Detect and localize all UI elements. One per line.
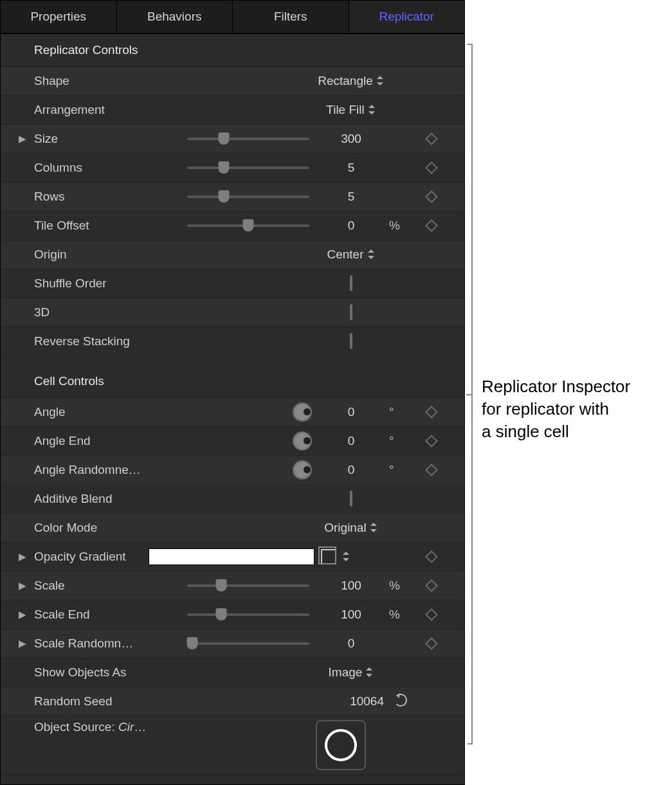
popup-arrangement[interactable]: Tile Fill [316, 103, 386, 117]
popup-origin[interactable]: Center [316, 248, 386, 262]
row-reverse-stacking: Reverse Stacking [1, 327, 464, 356]
dial-angle-rand[interactable] [293, 460, 312, 480]
row-tile-offset: Tile Offset 0 % [1, 212, 464, 240]
tab-bar: Properties Behaviors Filters Replicator [1, 1, 464, 34]
label-3d: 3D [34, 305, 149, 320]
value-scale-end[interactable]: 100 [316, 608, 386, 622]
tab-replicator[interactable]: Replicator [349, 1, 465, 33]
value-scale-rand[interactable]: 0 [316, 636, 386, 651]
annotation-line: for replicator with [482, 398, 630, 420]
keyframe-icon[interactable] [425, 608, 438, 621]
slider-tile-offset[interactable] [187, 224, 309, 227]
unit-percent: % [386, 579, 412, 593]
slider-columns[interactable] [187, 167, 309, 169]
inspector-panel: Properties Behaviors Filters Replicator … [0, 0, 465, 785]
gradient-preset-icon[interactable] [321, 549, 336, 564]
tab-properties[interactable]: Properties [1, 1, 117, 33]
row-origin: Origin Center [1, 240, 464, 269]
label-opacity-gradient: Opacity Gradient [34, 550, 149, 564]
label-columns: Columns [34, 161, 149, 175]
row-scale: ▶ Scale 100 % [1, 572, 464, 600]
value-random-seed[interactable]: 10064 [316, 694, 386, 708]
popup-show-as[interactable]: Image [316, 665, 386, 680]
slider-scale-rand[interactable] [187, 642, 309, 645]
value-angle[interactable]: 0 [316, 405, 386, 419]
keyframe-icon[interactable] [425, 406, 438, 419]
section-cell-controls: Cell Controls [1, 365, 464, 398]
slider-scale-end[interactable] [187, 613, 309, 616]
unit-degree: ° [386, 434, 412, 448]
label-scale-rand: Scale Randomn… [34, 636, 149, 651]
keyframe-icon[interactable] [425, 464, 438, 476]
slider-scale[interactable] [187, 584, 309, 587]
row-angle-end: Angle End 0 ° [1, 427, 464, 456]
gradient-well[interactable] [149, 548, 314, 565]
label-shuffle: Shuffle Order [34, 276, 149, 291]
label-size: Size [34, 132, 149, 146]
value-angle-rand[interactable]: 0 [316, 463, 386, 477]
row-additive-blend: Additive Blend [1, 485, 464, 514]
checkbox-3d[interactable] [350, 304, 352, 320]
value-columns[interactable]: 5 [316, 161, 386, 175]
keyframe-icon[interactable] [425, 161, 438, 174]
row-shape: Shape Rectangle [1, 67, 464, 96]
unit-degree: ° [386, 405, 412, 419]
label-shape: Shape [34, 74, 149, 88]
row-3d: 3D [1, 298, 464, 327]
disclosure-icon[interactable]: ▶ [19, 133, 34, 145]
row-scale-randomness: ▶ Scale Randomn… 0 [1, 629, 464, 658]
row-size: ▶ Size 300 [1, 125, 464, 154]
keyframe-icon[interactable] [425, 132, 438, 145]
popup-shape[interactable]: Rectangle [316, 74, 386, 88]
popup-color-mode[interactable]: Original [316, 521, 386, 535]
row-columns: Columns 5 [1, 154, 464, 183]
label-scale-end: Scale End [34, 608, 149, 622]
tab-behaviors[interactable]: Behaviors [117, 1, 233, 33]
row-angle: Angle 0 ° [1, 398, 464, 427]
keyframe-icon[interactable] [425, 190, 438, 203]
keyframe-icon[interactable] [425, 435, 438, 447]
object-source-well[interactable] [316, 720, 366, 770]
keyframe-icon[interactable] [425, 219, 438, 232]
unit-percent: % [386, 608, 412, 622]
disclosure-icon[interactable]: ▶ [19, 580, 34, 591]
label-angle-end: Angle End [34, 434, 149, 448]
dial-angle[interactable] [293, 402, 312, 422]
row-object-source: Object Source: Circle [1, 716, 464, 775]
dial-angle-end[interactable] [293, 431, 312, 451]
label-reverse: Reverse Stacking [34, 334, 149, 348]
value-scale[interactable]: 100 [316, 579, 386, 593]
value-rows[interactable]: 5 [316, 190, 386, 204]
checkbox-additive[interactable] [350, 491, 352, 507]
label-origin: Origin [34, 248, 149, 262]
slider-rows[interactable] [187, 195, 309, 198]
disclosure-icon[interactable]: ▶ [19, 551, 34, 563]
row-angle-randomness: Angle Randomne… 0 ° [1, 456, 464, 485]
tab-filters[interactable]: Filters [233, 1, 349, 33]
disclosure-icon[interactable]: ▶ [19, 638, 34, 649]
value-tile-offset[interactable]: 0 [316, 219, 386, 233]
label-angle: Angle [34, 405, 149, 419]
checkbox-shuffle[interactable] [350, 275, 352, 291]
row-color-mode: Color Mode Original [1, 514, 464, 543]
keyframe-icon[interactable] [425, 637, 438, 650]
unit-degree: ° [386, 463, 412, 477]
label-show-as: Show Objects As [34, 665, 149, 680]
keyframe-icon[interactable] [425, 579, 438, 592]
row-show-objects-as: Show Objects As Image [1, 658, 464, 687]
row-arrangement: Arrangement Tile Fill [1, 96, 464, 125]
label-angle-rand: Angle Randomne… [34, 463, 149, 477]
value-size[interactable]: 300 [316, 132, 386, 146]
value-angle-end[interactable]: 0 [316, 434, 386, 448]
checkbox-reverse[interactable] [350, 333, 352, 349]
label-color-mode: Color Mode [34, 521, 149, 535]
slider-size[interactable] [187, 138, 309, 140]
bracket-icon [468, 44, 477, 744]
label-additive: Additive Blend [34, 492, 149, 506]
refresh-icon[interactable] [394, 694, 407, 707]
row-rows: Rows 5 [1, 183, 464, 212]
annotation-callout: Replicator Inspector for replicator with… [477, 0, 630, 443]
label-arrangement: Arrangement [34, 103, 149, 117]
keyframe-icon[interactable] [425, 550, 438, 563]
disclosure-icon[interactable]: ▶ [19, 609, 34, 620]
